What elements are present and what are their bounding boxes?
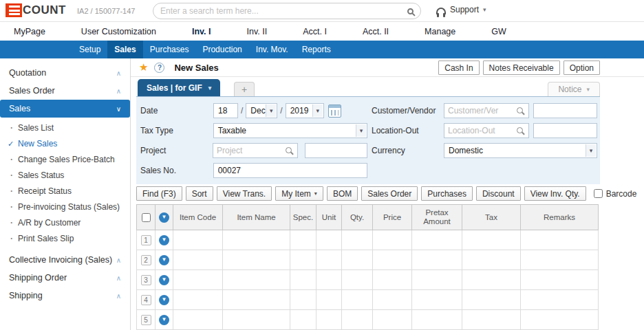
- insert-row-icon[interactable]: [159, 275, 169, 285]
- row-number[interactable]: 1: [141, 235, 151, 245]
- search-input[interactable]: [160, 6, 407, 16]
- sidebar-group-sales[interactable]: Sales ∨: [0, 100, 130, 118]
- cell-qty[interactable]: [342, 310, 373, 330]
- sidebar-item-ar-by-customer[interactable]: A/R by Customer: [0, 215, 128, 231]
- search-icon[interactable]: [517, 107, 523, 113]
- sidebar-item-new-sales[interactable]: ✓ New Sales: [0, 136, 128, 152]
- subnav-production[interactable]: Production: [195, 41, 248, 58]
- nav-manage[interactable]: Manage: [425, 27, 455, 36]
- cash-in-button[interactable]: Cash In: [438, 60, 479, 75]
- row-number[interactable]: 3: [141, 275, 151, 285]
- add-tab-button[interactable]: +: [234, 82, 255, 96]
- cell-price[interactable]: [373, 230, 412, 250]
- insert-row-icon[interactable]: [159, 235, 169, 245]
- currency-select[interactable]: Domestic: [444, 143, 597, 158]
- cell-spec[interactable]: [290, 250, 316, 270]
- nav-inv-2[interactable]: Inv. II: [247, 27, 268, 36]
- sidebar-group-shipping-order[interactable]: Shipping Order ∧: [0, 269, 130, 287]
- cell-item-name[interactable]: [223, 250, 290, 270]
- subnav-reports[interactable]: Reports: [295, 41, 338, 58]
- cell-tax[interactable]: [462, 290, 521, 310]
- discount-button[interactable]: Discount: [476, 186, 521, 201]
- sidebar-item-sales-list[interactable]: Sales List: [0, 120, 128, 136]
- sidebar-item-pre-invoicing-status[interactable]: Pre-invoicing Status (Sales): [0, 199, 128, 215]
- insert-row-icon[interactable]: [159, 315, 169, 325]
- tab-sales-for-gif[interactable]: Sales | for GIF ▾: [138, 79, 220, 96]
- row-number[interactable]: 5: [141, 315, 151, 325]
- bom-button[interactable]: BOM: [327, 186, 358, 201]
- nav-acct-2[interactable]: Acct. II: [363, 27, 389, 36]
- cell-remarks[interactable]: [521, 230, 599, 250]
- cell-tax[interactable]: [462, 270, 521, 290]
- cell-item-name[interactable]: [223, 290, 290, 310]
- cell-item-name[interactable]: [223, 270, 290, 290]
- purchases-button[interactable]: Purchases: [421, 186, 473, 201]
- cell-pretax-amount[interactable]: [412, 270, 462, 290]
- sidebar-group-sales-order[interactable]: Sales Order ∧: [0, 82, 130, 100]
- nav-user-customization[interactable]: User Customization: [81, 27, 156, 36]
- cell-item-name[interactable]: [223, 310, 290, 330]
- option-button[interactable]: Option: [564, 60, 600, 75]
- insert-row-icon[interactable]: [159, 212, 169, 223]
- sidebar-item-receipt-status[interactable]: Receipt Status: [0, 184, 128, 199]
- cell-item-code[interactable]: [173, 290, 223, 310]
- cell-unit[interactable]: [316, 310, 342, 330]
- nav-mypage[interactable]: MyPage: [14, 27, 45, 36]
- row-number[interactable]: 4: [141, 295, 151, 305]
- cell-item-code[interactable]: [173, 250, 223, 270]
- cell-qty[interactable]: [342, 230, 373, 250]
- subnav-sales[interactable]: Sales: [107, 41, 142, 58]
- sidebar-group-quotation[interactable]: Quotation ∧: [0, 64, 130, 82]
- row-number[interactable]: 2: [141, 255, 151, 265]
- cell-price[interactable]: [373, 270, 412, 290]
- sales-no-input[interactable]: [213, 163, 367, 178]
- cell-unit[interactable]: [316, 230, 342, 250]
- cell-tax[interactable]: [462, 230, 521, 250]
- project-name-input[interactable]: [305, 143, 367, 158]
- cell-pretax-amount[interactable]: [412, 230, 462, 250]
- select-all-checkbox[interactable]: [142, 213, 151, 222]
- insert-row-icon[interactable]: [159, 295, 169, 305]
- barcode-checkbox[interactable]: [594, 189, 603, 198]
- notice-tab[interactable]: Notice ▾: [548, 82, 600, 96]
- insert-row-icon[interactable]: [159, 255, 169, 265]
- search-icon[interactable]: [286, 147, 292, 153]
- subnav-inv-mov[interactable]: Inv. Mov.: [249, 41, 295, 58]
- cell-pretax-amount[interactable]: [412, 250, 462, 270]
- sidebar-item-change-sales-price-batch[interactable]: Change Sales Price-Batch: [0, 152, 128, 168]
- help-icon[interactable]: ?: [154, 63, 164, 73]
- support-menu[interactable]: Support ▾: [436, 5, 486, 14]
- cell-price[interactable]: [373, 310, 412, 330]
- date-year-select[interactable]: 2019: [286, 103, 324, 118]
- cell-remarks[interactable]: [521, 250, 599, 270]
- view-trans-button[interactable]: View Trans.: [217, 186, 272, 201]
- nav-inv-1[interactable]: Inv. I: [192, 27, 211, 36]
- cell-pretax-amount[interactable]: [412, 290, 462, 310]
- customer-vendor-name-input[interactable]: [533, 103, 597, 118]
- cell-item-code[interactable]: [173, 310, 223, 330]
- location-out-name-input[interactable]: [533, 123, 597, 138]
- subnav-setup[interactable]: Setup: [72, 41, 107, 58]
- location-out-input[interactable]: [444, 126, 515, 135]
- view-inv-qty-button[interactable]: View Inv. Qty.: [524, 186, 586, 201]
- cell-unit[interactable]: [316, 290, 342, 310]
- nav-acct-1[interactable]: Acct. I: [303, 27, 327, 36]
- notes-receivable-button[interactable]: Notes Receivable: [483, 60, 560, 75]
- cell-qty[interactable]: [342, 250, 373, 270]
- cell-item-code[interactable]: [173, 270, 223, 290]
- customer-vendor-input[interactable]: [444, 106, 515, 116]
- cell-remarks[interactable]: [521, 310, 599, 330]
- my-item-button[interactable]: My Item ▾: [275, 186, 323, 201]
- subnav-purchases[interactable]: Purchases: [143, 41, 196, 58]
- cell-tax[interactable]: [462, 250, 521, 270]
- sidebar-item-sales-status[interactable]: Sales Status: [0, 168, 128, 184]
- sidebar-group-shipping[interactable]: Shipping ∧: [0, 287, 130, 305]
- cell-spec[interactable]: [290, 310, 316, 330]
- sidebar-item-print-sales-slip[interactable]: Print Sales Slip: [0, 231, 128, 247]
- sales-order-button[interactable]: Sales Order: [361, 186, 418, 201]
- cell-remarks[interactable]: [521, 290, 599, 310]
- cell-spec[interactable]: [290, 270, 316, 290]
- nav-gw[interactable]: GW: [491, 27, 506, 36]
- project-input[interactable]: [213, 146, 284, 155]
- cell-tax[interactable]: [462, 310, 521, 330]
